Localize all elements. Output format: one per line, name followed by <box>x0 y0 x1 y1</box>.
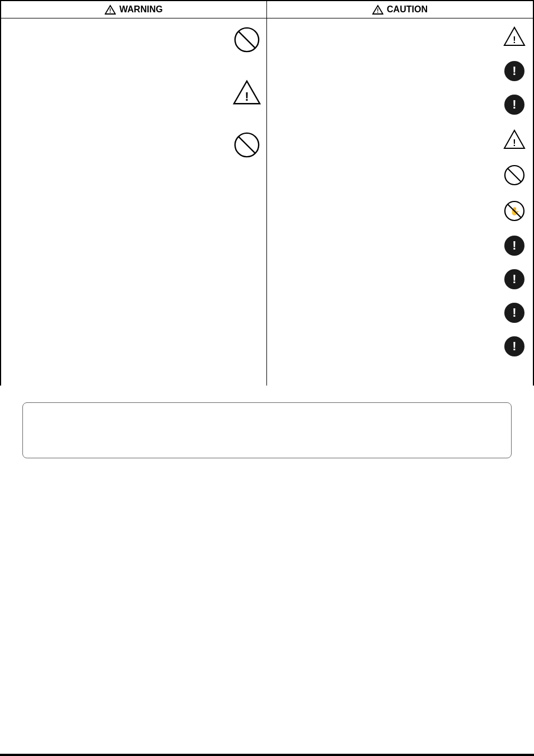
svg-line-3 <box>238 31 256 49</box>
mandatory-icon-9: ! <box>504 303 524 323</box>
prohibition-icon-1 <box>233 25 261 54</box>
mandatory-icon-10: ! <box>504 336 524 356</box>
caution-entry-10: ! <box>278 335 527 356</box>
mandatory-icon-3: ! <box>504 95 524 115</box>
caution-entry-5 <box>278 163 527 186</box>
warning-column: ! WARNING <box>0 1 267 386</box>
warning-icon-2: ! <box>233 77 261 107</box>
warning-icon-1 <box>233 24 261 54</box>
caution-icon-9: ! <box>502 302 527 323</box>
svg-text:!: ! <box>513 35 516 45</box>
caution-entries: ! ! ! <box>267 18 533 374</box>
mandatory-icon-8: ! <box>504 269 524 289</box>
warning-header: ! WARNING <box>1 1 266 18</box>
caution-entry-4: ! <box>278 127 527 151</box>
caution-entry-6: ✋ <box>278 199 527 222</box>
svg-text:!: ! <box>377 8 378 14</box>
top-section: ! WARNING <box>0 0 534 386</box>
svg-line-7 <box>238 137 256 154</box>
svg-text:!: ! <box>110 8 111 14</box>
caution-header: ! CAUTION <box>267 1 533 18</box>
warning-entry-2: ! <box>12 77 261 107</box>
caution-icon-4: ! <box>502 127 527 151</box>
caution-icon-5 <box>502 163 527 186</box>
caution-column: ! CAUTION ! <box>267 1 534 386</box>
warning-entry-3 <box>12 129 261 159</box>
caution-icon-8: ! <box>502 268 527 289</box>
prohibition-icon-5 <box>503 164 526 186</box>
svg-line-15 <box>508 168 521 182</box>
mandatory-icon-2: ! <box>504 61 524 81</box>
bottom-rule <box>0 754 534 756</box>
caution-label: CAUTION <box>387 4 428 15</box>
caution-entry-8: ! <box>278 268 527 289</box>
caution-icon-10: ! <box>502 335 527 356</box>
caution-triangle-icon: ! <box>372 4 383 15</box>
caution-entry-9: ! <box>278 302 527 323</box>
caution-entry-7: ! <box>278 234 527 256</box>
svg-text:!: ! <box>245 90 249 103</box>
caution-triangle-sm-4: ! <box>503 128 526 151</box>
note-box <box>22 402 512 458</box>
caution-triangle-sm-1: ! <box>503 25 526 48</box>
caution-icon-7: ! <box>502 234 527 256</box>
no-touch-icon: ✋ <box>503 200 526 222</box>
warning-label: WARNING <box>119 4 162 15</box>
warning-entries: ! <box>1 18 266 187</box>
warning-icon-3 <box>233 129 261 159</box>
svg-text:!: ! <box>513 138 516 148</box>
prohibition-icon-3 <box>233 130 261 159</box>
page: ! WARNING <box>0 0 534 756</box>
caution-entry-3: ! <box>278 93 527 115</box>
warning-triangle-icon-2: ! <box>233 78 261 107</box>
warning-entry-1 <box>12 24 261 54</box>
caution-entry-1: ! <box>278 24 527 48</box>
warning-triangle-icon: ! <box>105 4 116 15</box>
caution-icon-1: ! <box>502 24 527 48</box>
caution-entry-2: ! <box>278 60 527 81</box>
caution-icon-3: ! <box>502 93 527 115</box>
mandatory-icon-7: ! <box>504 236 524 256</box>
caution-icon-6: ✋ <box>502 199 527 222</box>
caution-icon-2: ! <box>502 60 527 81</box>
